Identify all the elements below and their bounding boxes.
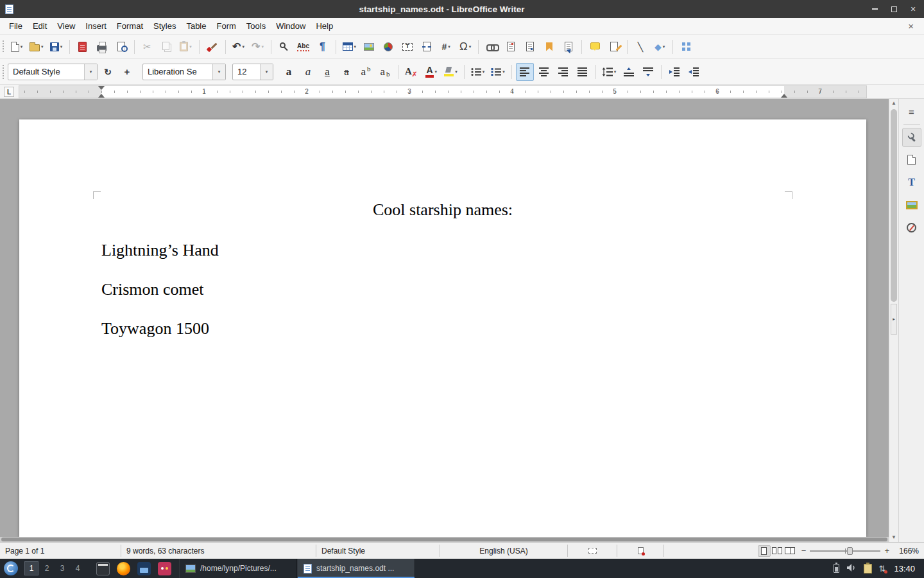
file-manager-launcher-icon[interactable] [137, 562, 151, 575]
align-justify-button[interactable] [574, 63, 592, 81]
cut-button[interactable]: ✂ [139, 38, 157, 56]
insert-table-button[interactable]: ▾ [340, 38, 359, 56]
menu-styles[interactable]: Styles [148, 19, 181, 33]
new-document-button[interactable]: ▾ [8, 38, 26, 56]
font-size-combo[interactable]: 12 ▾ [232, 64, 273, 80]
update-style-button[interactable]: ↻ [99, 63, 117, 81]
document-paragraph[interactable]: Toywagon 1500 [101, 319, 784, 338]
save-button[interactable]: ▾ [47, 38, 65, 56]
workspace-2-button[interactable]: 2 [40, 561, 54, 575]
align-left-button[interactable] [516, 63, 534, 81]
insert-field-button[interactable]: #▾ [437, 38, 455, 56]
tab-stop-selector[interactable]: L [4, 87, 14, 97]
menu-file[interactable]: File [4, 19, 28, 33]
insert-bookmark-button[interactable] [540, 38, 558, 56]
document-modified-status[interactable] [617, 543, 663, 559]
sidebar-page-button[interactable] [902, 150, 921, 170]
minimize-button[interactable] [870, 4, 879, 13]
horizontal-scrollbar[interactable] [0, 537, 889, 542]
spelling-button[interactable]: Abc [295, 38, 312, 56]
battery-icon[interactable] [834, 564, 839, 573]
numbered-list-button[interactable]: ▾ [488, 63, 508, 81]
paragraph-style-dropdown-button[interactable]: ▾ [84, 64, 97, 80]
clear-formatting-button[interactable]: A✗ [402, 63, 421, 81]
horizontal-scrollbar-thumb[interactable] [1, 538, 887, 541]
basic-shapes-button[interactable]: ◆▾ [651, 38, 669, 56]
screenshot-launcher-icon[interactable] [158, 562, 171, 575]
network-icon[interactable]: ⇅ [879, 565, 886, 573]
firefox-launcher-icon[interactable] [117, 562, 130, 575]
scroll-down-arrow[interactable]: ▼ [889, 533, 898, 542]
align-right-button[interactable] [554, 63, 572, 81]
formatting-marks-button[interactable]: ¶ [314, 38, 332, 56]
workspace-4-button[interactable]: 4 [71, 561, 85, 575]
sidebar-properties-button[interactable] [902, 128, 921, 147]
increase-paragraph-spacing-button[interactable] [620, 63, 638, 81]
right-indent-marker[interactable] [781, 94, 787, 98]
document-paragraph[interactable]: Lightning’s Hand [101, 241, 784, 260]
window-button-writer[interactable]: startship_names.odt ... [297, 559, 415, 578]
scroll-up-arrow[interactable]: ▲ [889, 99, 898, 108]
toolbar-grip[interactable] [2, 40, 4, 53]
strikethrough-button[interactable]: a [338, 63, 355, 81]
sidebar-settings-button[interactable]: ≡ [902, 101, 921, 121]
horizontal-ruler[interactable]: 1 2 3 4 5 6 7 [19, 86, 866, 98]
clipboard-icon[interactable] [864, 564, 872, 574]
vertical-scrollbar-thumb[interactable] [891, 109, 897, 302]
insert-text-box-button[interactable]: T [398, 38, 416, 56]
applications-menu-button[interactable] [4, 561, 18, 575]
superscript-button[interactable]: ab [357, 63, 375, 81]
clone-formatting-button[interactable] [203, 38, 221, 56]
document-paragraph[interactable]: Crismon comet [101, 280, 784, 299]
insert-chart-button[interactable] [379, 38, 397, 56]
sidebar-navigator-button[interactable] [902, 218, 921, 237]
new-style-button[interactable]: + [118, 63, 136, 81]
subscript-button[interactable]: ab [376, 63, 394, 81]
window-button-pictures[interactable]: /home/lynp/Pictures/... [179, 559, 297, 578]
clock[interactable]: 13:40 [894, 564, 915, 574]
paste-button[interactable]: ▾ [177, 38, 195, 56]
font-name-dropdown-button[interactable]: ▾ [212, 64, 225, 80]
workspace-3-button[interactable]: 3 [55, 561, 69, 575]
book-view-button[interactable] [783, 545, 796, 557]
bold-button[interactable]: a [280, 63, 298, 81]
copy-button[interactable] [158, 38, 176, 56]
print-button[interactable] [93, 38, 111, 56]
menu-window[interactable]: Window [271, 19, 311, 33]
print-preview-button[interactable] [112, 38, 130, 56]
line-spacing-button[interactable]: ▾ [600, 63, 619, 81]
menu-view[interactable]: View [52, 19, 80, 33]
find-replace-button[interactable] [275, 38, 293, 56]
zoom-level[interactable]: 166% [894, 547, 924, 556]
redo-button[interactable]: ↷▾ [249, 38, 267, 56]
decrease-paragraph-spacing-button[interactable] [639, 63, 657, 81]
document-page[interactable]: Cool starship names: Lightning’s Hand Cr… [19, 119, 866, 537]
menu-form[interactable]: Form [211, 19, 241, 33]
menu-table[interactable]: Table [181, 19, 211, 33]
toolbar-grip[interactable] [2, 64, 4, 79]
undo-button[interactable]: ↶▾ [230, 38, 248, 56]
insert-page-break-button[interactable] [418, 38, 436, 56]
menu-insert[interactable]: Insert [80, 19, 112, 33]
font-name-combo[interactable]: Liberation Se ▾ [142, 64, 226, 80]
left-indent-marker[interactable] [98, 94, 105, 98]
document-content[interactable]: Cool starship names: Lightning’s Hand Cr… [101, 200, 784, 358]
insert-cross-reference-button[interactable] [560, 38, 578, 56]
close-document-button[interactable]: × [902, 21, 920, 31]
zoom-out-button[interactable]: − [801, 547, 807, 555]
track-changes-button[interactable] [605, 38, 623, 56]
menu-edit[interactable]: Edit [28, 19, 52, 33]
italic-button[interactable]: a [299, 63, 317, 81]
zoom-slider[interactable] [810, 550, 880, 552]
document-area[interactable]: Cool starship names: Lightning’s Hand Cr… [0, 99, 889, 542]
first-line-indent-marker[interactable] [98, 86, 105, 90]
font-size-dropdown-button[interactable]: ▾ [260, 64, 273, 80]
multi-page-view-button[interactable] [771, 545, 783, 557]
increase-indent-button[interactable] [665, 63, 683, 81]
zoom-in-button[interactable]: + [884, 547, 889, 555]
insert-footnote-button[interactable] [502, 38, 520, 56]
insert-line-button[interactable]: ╲ [631, 38, 649, 56]
align-center-button[interactable] [535, 63, 553, 81]
insert-image-button[interactable] [360, 38, 378, 56]
zoom-slider-thumb[interactable] [847, 547, 853, 555]
